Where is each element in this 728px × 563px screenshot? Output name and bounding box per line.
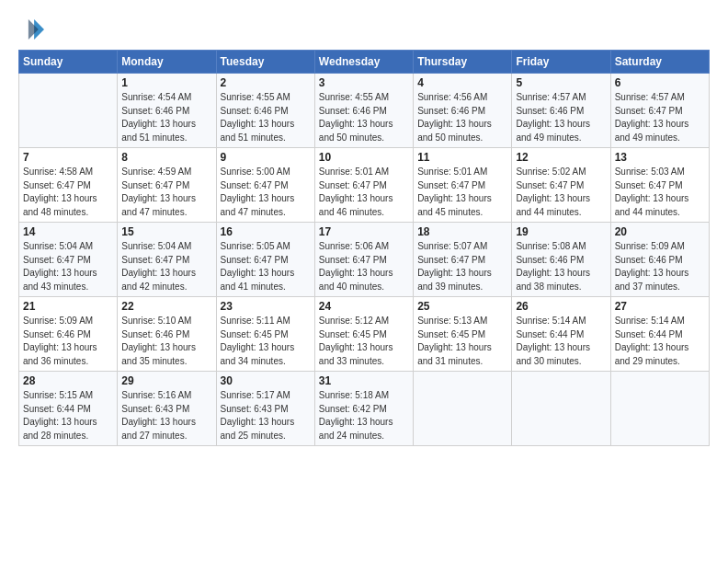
day-number: 2 [221,76,311,89]
calendar-cell: 21Sunrise: 5:09 AM Sunset: 6:46 PM Dayli… [19,297,118,372]
calendar-cell: 29Sunrise: 5:16 AM Sunset: 6:43 PM Dayli… [118,372,216,446]
calendar-cell: 15Sunrise: 5:04 AM Sunset: 6:47 PM Dayli… [118,223,216,297]
cell-details: Sunrise: 5:03 AM Sunset: 6:47 PM Dayligh… [615,166,705,219]
calendar-table: SundayMondayTuesdayWednesdayThursdayFrid… [18,50,710,446]
calendar-cell: 17Sunrise: 5:06 AM Sunset: 6:47 PM Dayli… [314,223,413,297]
cell-details: Sunrise: 4:55 AM Sunset: 6:46 PM Dayligh… [221,91,311,144]
calendar-cell: 4Sunrise: 4:56 AM Sunset: 6:46 PM Daylig… [414,74,512,148]
day-number: 27 [615,300,705,313]
cell-details: Sunrise: 5:11 AM Sunset: 6:45 PM Dayligh… [221,315,311,368]
calendar-cell: 25Sunrise: 5:13 AM Sunset: 6:45 PM Dayli… [414,297,512,372]
day-number: 14 [23,225,113,238]
cell-details: Sunrise: 5:04 AM Sunset: 6:47 PM Dayligh… [23,240,113,293]
cell-details: Sunrise: 4:57 AM Sunset: 6:47 PM Dayligh… [615,91,705,144]
calendar-cell: 28Sunrise: 5:15 AM Sunset: 6:44 PM Dayli… [19,372,118,446]
page: SundayMondayTuesdayWednesdayThursdayFrid… [0,0,728,455]
day-number: 13 [615,151,705,164]
day-number: 10 [319,151,409,164]
calendar-cell: 31Sunrise: 5:18 AM Sunset: 6:42 PM Dayli… [314,372,413,446]
cell-details: Sunrise: 4:57 AM Sunset: 6:46 PM Dayligh… [516,91,606,144]
day-number: 7 [23,151,113,164]
cell-details: Sunrise: 5:05 AM Sunset: 6:47 PM Dayligh… [221,240,311,293]
calendar-cell: 1Sunrise: 4:54 AM Sunset: 6:46 PM Daylig… [118,74,216,148]
day-number: 17 [319,225,409,238]
calendar-cell: 23Sunrise: 5:11 AM Sunset: 6:45 PM Dayli… [216,297,314,372]
calendar-cell: 3Sunrise: 4:55 AM Sunset: 6:46 PM Daylig… [314,74,413,148]
day-number: 26 [516,300,606,313]
calendar-cell: 8Sunrise: 4:59 AM Sunset: 6:47 PM Daylig… [118,148,216,223]
calendar-cell: 22Sunrise: 5:10 AM Sunset: 6:46 PM Dayli… [118,297,216,372]
cell-details: Sunrise: 4:58 AM Sunset: 6:47 PM Dayligh… [23,166,113,219]
calendar-cell: 19Sunrise: 5:08 AM Sunset: 6:46 PM Dayli… [512,223,610,297]
calendar-cell [610,372,709,446]
calendar-cell: 12Sunrise: 5:02 AM Sunset: 6:47 PM Dayli… [512,148,610,223]
day-number: 24 [319,300,409,313]
cell-details: Sunrise: 5:18 AM Sunset: 6:42 PM Dayligh… [319,389,409,442]
cell-details: Sunrise: 5:01 AM Sunset: 6:47 PM Dayligh… [417,166,507,219]
calendar-cell: 5Sunrise: 4:57 AM Sunset: 6:46 PM Daylig… [512,74,610,148]
calendar-cell: 2Sunrise: 4:55 AM Sunset: 6:46 PM Daylig… [216,74,314,148]
day-number: 15 [121,225,211,238]
calendar-body: 1Sunrise: 4:54 AM Sunset: 6:46 PM Daylig… [19,74,710,446]
cell-details: Sunrise: 5:09 AM Sunset: 6:46 PM Dayligh… [615,240,705,293]
day-number: 1 [121,76,211,89]
calendar-cell [512,372,610,446]
col-header-sunday: Sunday [19,51,118,74]
col-header-wednesday: Wednesday [314,51,413,74]
day-number: 18 [417,225,507,238]
day-number: 23 [221,300,311,313]
cell-details: Sunrise: 4:59 AM Sunset: 6:47 PM Dayligh… [121,166,211,219]
day-number: 8 [121,151,211,164]
day-number: 6 [615,76,705,89]
calendar-cell: 20Sunrise: 5:09 AM Sunset: 6:46 PM Dayli… [610,223,709,297]
calendar-cell [414,372,512,446]
day-number: 31 [319,374,409,387]
day-number: 21 [23,300,113,313]
calendar-cell: 6Sunrise: 4:57 AM Sunset: 6:47 PM Daylig… [610,74,709,148]
cell-details: Sunrise: 5:12 AM Sunset: 6:45 PM Dayligh… [319,315,409,368]
col-header-tuesday: Tuesday [216,51,314,74]
day-number: 22 [121,300,211,313]
calendar-week-row: 1Sunrise: 4:54 AM Sunset: 6:46 PM Daylig… [19,74,710,148]
calendar-cell: 26Sunrise: 5:14 AM Sunset: 6:44 PM Dayli… [512,297,610,372]
logo-icon [18,17,44,42]
day-number: 5 [516,76,606,89]
col-header-saturday: Saturday [610,51,709,74]
calendar-week-row: 21Sunrise: 5:09 AM Sunset: 6:46 PM Dayli… [19,297,710,372]
calendar-cell: 30Sunrise: 5:17 AM Sunset: 6:43 PM Dayli… [216,372,314,446]
calendar-cell [19,74,118,148]
cell-details: Sunrise: 5:09 AM Sunset: 6:46 PM Dayligh… [23,315,113,368]
day-number: 9 [221,151,311,164]
cell-details: Sunrise: 5:10 AM Sunset: 6:46 PM Dayligh… [121,315,211,368]
calendar-week-row: 14Sunrise: 5:04 AM Sunset: 6:47 PM Dayli… [19,223,710,297]
cell-details: Sunrise: 4:54 AM Sunset: 6:46 PM Dayligh… [121,91,211,144]
day-number: 19 [516,225,606,238]
cell-details: Sunrise: 5:16 AM Sunset: 6:43 PM Dayligh… [121,389,211,442]
calendar-cell: 13Sunrise: 5:03 AM Sunset: 6:47 PM Dayli… [610,148,709,223]
cell-details: Sunrise: 5:13 AM Sunset: 6:45 PM Dayligh… [417,315,507,368]
day-number: 20 [615,225,705,238]
cell-details: Sunrise: 5:00 AM Sunset: 6:47 PM Dayligh… [221,166,311,219]
cell-details: Sunrise: 5:04 AM Sunset: 6:47 PM Dayligh… [121,240,211,293]
calendar-week-row: 7Sunrise: 4:58 AM Sunset: 6:47 PM Daylig… [19,148,710,223]
calendar-cell: 24Sunrise: 5:12 AM Sunset: 6:45 PM Dayli… [314,297,413,372]
cell-details: Sunrise: 4:56 AM Sunset: 6:46 PM Dayligh… [417,91,507,144]
calendar-cell: 14Sunrise: 5:04 AM Sunset: 6:47 PM Dayli… [19,223,118,297]
header [18,17,710,42]
day-number: 4 [417,76,507,89]
calendar-cell: 9Sunrise: 5:00 AM Sunset: 6:47 PM Daylig… [216,148,314,223]
cell-details: Sunrise: 5:07 AM Sunset: 6:47 PM Dayligh… [417,240,507,293]
cell-details: Sunrise: 4:55 AM Sunset: 6:46 PM Dayligh… [319,91,409,144]
day-number: 16 [221,225,311,238]
cell-details: Sunrise: 5:01 AM Sunset: 6:47 PM Dayligh… [319,166,409,219]
day-number: 12 [516,151,606,164]
calendar-cell: 11Sunrise: 5:01 AM Sunset: 6:47 PM Dayli… [414,148,512,223]
day-number: 11 [417,151,507,164]
calendar-header-row: SundayMondayTuesdayWednesdayThursdayFrid… [19,51,710,74]
cell-details: Sunrise: 5:08 AM Sunset: 6:46 PM Dayligh… [516,240,606,293]
cell-details: Sunrise: 5:02 AM Sunset: 6:47 PM Dayligh… [516,166,606,219]
cell-details: Sunrise: 5:14 AM Sunset: 6:44 PM Dayligh… [615,315,705,368]
day-number: 28 [23,374,113,387]
calendar-cell: 27Sunrise: 5:14 AM Sunset: 6:44 PM Dayli… [610,297,709,372]
calendar-week-row: 28Sunrise: 5:15 AM Sunset: 6:44 PM Dayli… [19,372,710,446]
